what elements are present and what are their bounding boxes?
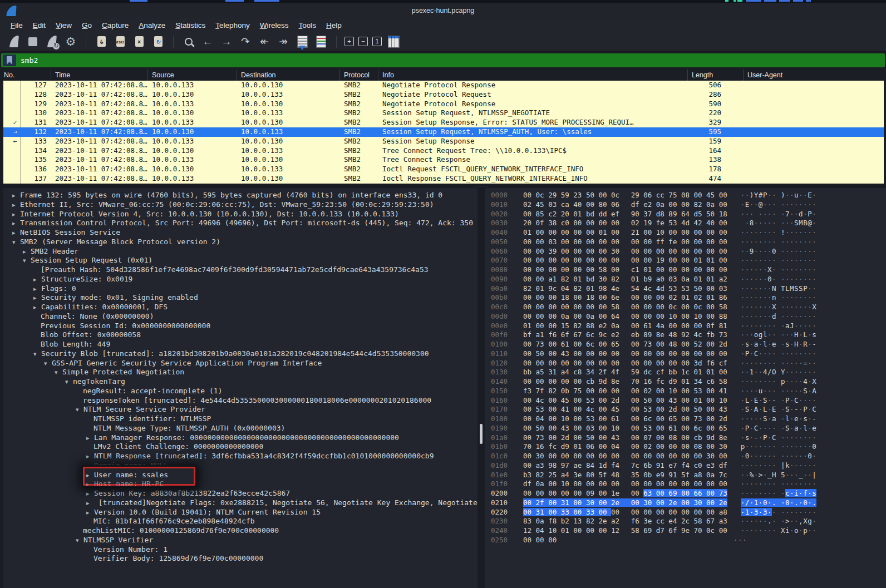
ascii-char[interactable]: · <box>754 480 759 488</box>
hex-byte[interactable]: 00 <box>536 303 549 311</box>
hex-row-00f0[interactable]: 00f0bf a1 f6 6f 67 6c 9c e2 eb 89 8e 48 … <box>491 330 886 340</box>
ascii-char[interactable]: · <box>776 387 785 395</box>
hex-byte[interactable]: 00 <box>536 275 549 283</box>
hex-row-0040[interactable]: 004001 00 00 00 00 00 01 00 21 00 10 00 … <box>491 228 886 238</box>
ascii-char[interactable]: · <box>759 452 763 460</box>
hex-byte[interactable]: 00 <box>573 405 586 413</box>
ascii-char[interactable]: · <box>772 442 776 451</box>
ascii-char[interactable]: S <box>785 405 790 413</box>
ascii-char[interactable]: · <box>812 200 816 209</box>
hex-byte[interactable]: 00 <box>598 293 611 302</box>
ascii-char[interactable]: · <box>808 526 812 535</box>
hex-byte[interactable]: 4d <box>656 284 669 293</box>
hex-byte[interactable]: 20 <box>523 219 536 227</box>
hex-byte[interactable]: 01 <box>573 442 586 451</box>
ascii-char[interactable]: · <box>803 480 808 488</box>
ascii-char[interactable]: · <box>745 210 750 218</box>
ascii-char[interactable]: · <box>799 498 803 507</box>
hex-byte[interactable]: 00 <box>573 349 586 358</box>
hex-byte[interactable]: 00 <box>681 498 694 507</box>
detail-line[interactable]: ▸Flags: 0 <box>3 284 478 294</box>
hex-byte[interactable]: 52 <box>694 340 707 348</box>
ascii-char[interactable]: · <box>767 387 772 395</box>
ascii-char[interactable]: · <box>808 359 812 367</box>
ascii-char[interactable]: · <box>776 349 785 358</box>
ascii-char[interactable]: · <box>803 433 808 442</box>
tree-collapsed-icon[interactable]: ▸ <box>12 219 20 229</box>
ascii-char[interactable]: 0 <box>785 498 790 507</box>
hex-byte[interactable]: fb <box>706 330 719 339</box>
ascii-char[interactable]: M <box>790 284 794 293</box>
ascii-char[interactable]: · <box>799 424 803 432</box>
ascii-char[interactable]: · <box>794 238 799 246</box>
ascii-char[interactable]: g <box>808 517 812 525</box>
hex-row-01c0[interactable]: 01c000 30 00 00 00 00 00 00 00 00 00 00 … <box>491 452 886 461</box>
hex-byte[interactable]: 00 <box>586 480 599 488</box>
hex-byte[interactable]: 41 <box>719 387 727 395</box>
ascii-char[interactable]: · <box>812 265 816 274</box>
hex-byte[interactable]: 00 <box>624 508 644 516</box>
hex-byte[interactable]: 00 <box>536 536 549 544</box>
ascii-char[interactable]: ) <box>776 191 785 199</box>
hex-byte[interactable]: 01 <box>523 228 536 236</box>
go-forward-icon[interactable]: → <box>219 34 234 49</box>
hex-byte[interactable]: 98 <box>598 284 611 293</box>
hex-byte[interactable]: 1c <box>681 368 694 376</box>
detail-line[interactable]: ▸Ethernet II, Src: VMware_06:cc:75 (00:0… <box>3 200 478 210</box>
ascii-char[interactable]: · <box>754 461 759 470</box>
detail-line[interactable]: ▸Lan Manager Response: 00000000000000000… <box>3 433 478 443</box>
hex-byte[interactable]: 00 <box>586 265 599 274</box>
ascii-char[interactable]: · <box>759 396 763 404</box>
ascii-char[interactable]: · <box>759 461 763 470</box>
hex-byte[interactable]: 00 <box>706 349 719 358</box>
hex-byte[interactable]: cf <box>719 359 727 367</box>
ascii-char[interactable]: · <box>808 396 812 404</box>
hex-byte[interactable]: 01 <box>598 228 611 236</box>
hex-byte[interactable]: 00 <box>656 414 669 423</box>
hex-byte[interactable]: cc <box>656 191 669 199</box>
detail-line[interactable]: ▸Internet Protocol Version 4, Src: 10.0.… <box>3 210 478 219</box>
hex-byte[interactable]: 9e <box>681 526 694 535</box>
hex-byte[interactable]: 00 <box>681 322 694 330</box>
ascii-char[interactable]: · <box>741 191 745 199</box>
ascii-char[interactable]: · <box>808 387 812 395</box>
ascii-char[interactable]: P <box>785 396 790 404</box>
ascii-char[interactable]: · <box>794 312 799 320</box>
hex-byte[interactable]: 00 <box>573 508 586 516</box>
ascii-char[interactable]: · <box>776 452 785 460</box>
ascii-char[interactable]: · <box>799 461 803 470</box>
hex-byte[interactable]: 00 <box>706 265 719 274</box>
tree-expanded-icon[interactable]: ▾ <box>44 359 52 369</box>
ascii-char[interactable]: | <box>776 461 785 470</box>
ascii-char[interactable]: · <box>759 405 763 413</box>
hex-byte[interactable]: 00 <box>548 414 561 423</box>
hex-byte[interactable]: 00 <box>523 275 536 283</box>
hex-byte[interactable]: 00 <box>523 265 536 274</box>
hex-byte[interactable]: 00 <box>598 191 611 199</box>
hex-byte[interactable]: 00 <box>598 424 611 432</box>
ascii-char[interactable]: · <box>767 228 772 236</box>
hex-byte[interactable]: 00 <box>668 359 681 367</box>
hex-byte[interactable]: 3e <box>573 471 586 479</box>
hex-byte[interactable]: 09 <box>586 489 599 497</box>
hex-byte[interactable]: 00 <box>536 312 549 320</box>
hex-byte[interactable]: a3 <box>536 461 549 470</box>
hex-byte[interactable]: 00 <box>586 219 599 227</box>
hex-byte[interactable]: 00 <box>523 405 536 413</box>
detail-line[interactable]: ▸Security mode: 0x01, Signing enabled <box>3 293 478 303</box>
hex-byte[interactable]: 00 <box>681 359 694 367</box>
detail-line[interactable]: Channel: None (0x00000000) <box>3 312 478 322</box>
ascii-char[interactable]: · <box>741 498 745 507</box>
ascii-char[interactable]: · <box>785 200 790 209</box>
ascii-char[interactable]: i <box>794 489 799 497</box>
hex-byte[interactable]: 00 <box>643 293 656 302</box>
packet-row-130[interactable]: 1302023-10-11 07:42:08.8…10.0.0.13010.0.… <box>0 108 886 118</box>
ascii-char[interactable]: · <box>808 461 812 470</box>
ascii-char[interactable]: · <box>808 349 812 358</box>
hex-byte[interactable]: 08 <box>681 191 694 199</box>
detail-line[interactable]: negResult: accept-incomplete (1) <box>3 387 478 396</box>
ascii-char[interactable]: 8 <box>750 219 754 227</box>
hex-byte[interactable]: 00 <box>548 377 561 386</box>
hex-byte[interactable]: 7c <box>719 471 727 479</box>
ascii-char[interactable]: · <box>790 312 794 320</box>
